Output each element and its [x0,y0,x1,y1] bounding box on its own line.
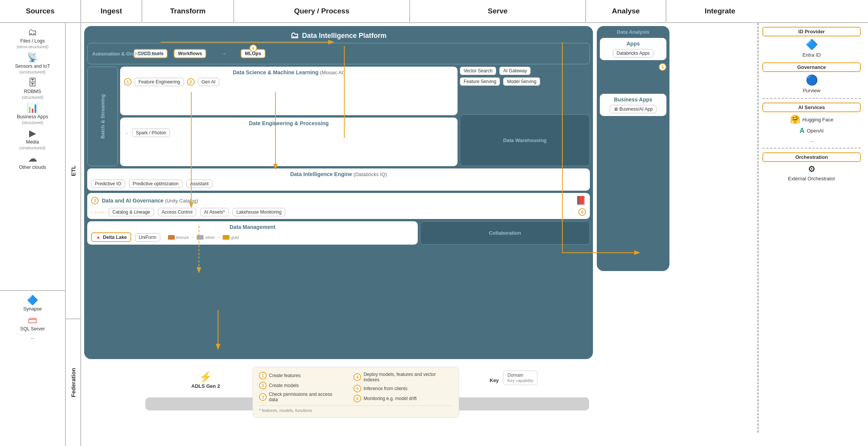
header-ingest: Ingest [81,0,142,22]
header-sources: Sources [0,0,81,22]
federation-label: Federation [66,319,80,446]
legend-item-4: 4 Deploy models, features and vector ind… [353,372,453,382]
legend-item-2: 2 Create models [259,382,342,389]
diq-chips: Predictive IO Predictive optimization As… [91,180,586,188]
predictive-io-chip[interactable]: Predictive IO [91,180,125,188]
ai-services-section: AI Services 🤗 Hugging Face A OpenAI ... [762,103,861,143]
num-badge-2: 2 [187,78,195,86]
openai-icon: A [800,127,804,135]
model-serving-chip[interactable]: Model Serving [503,77,540,86]
platform-icon: 🗂 [290,31,299,41]
openai-item: A OpenAI [800,127,824,135]
legend-num-4: 4 [353,373,361,381]
ai-services-label: AI Services [762,103,861,112]
source-sql-server: 🗃 SQL Server [20,315,45,332]
data-mgmt-collab-row: Data Management 🔺 Delta Lake UniForm bro… [87,221,590,245]
governance-title: Data and AI Governance (Unity Catalog) [102,198,198,204]
predictive-opt-chip[interactable]: Predictive optimization [129,180,182,188]
governance-integrate-label: Governance [762,62,861,72]
dsml-box: Data Science & Machine Learning (Mosaic … [120,67,458,115]
id-provider-label: ID Provider [762,27,861,36]
workflows-chip[interactable]: Workflows [174,49,206,58]
data-analysis-label: Data Analysis [600,29,666,35]
access-control-chip[interactable]: Access Control [158,208,197,216]
bronze-block [168,235,175,240]
apps-box: Apps Databricks Apps [600,38,666,60]
source-other-clouds: ☁ Other clouds [19,153,46,170]
legend-item-6: 6 Monitoring e.g. model drift [353,395,453,402]
arrow-de: → [124,130,129,136]
adls-icon: ⚡ [191,371,220,383]
feature-serving-chip[interactable]: Feature Serving [460,77,500,86]
key-section: Key Domain Key capability [490,371,537,385]
lakehouse-monitoring-chip[interactable]: Lakehouse Monitoring [233,208,285,216]
bronze-silver-gold: bronze → silver → gold [168,235,239,240]
etl-sources: 🗂 Files / Logs (semi-structured) 📡 Senso… [0,23,65,291]
spark-photon-chip[interactable]: Spark / Photon [132,129,170,137]
legend-num-1: 1 [259,372,267,379]
data-warehousing-box: Data Warehousing [460,114,590,166]
mlops-container: 4 MLOps [241,49,265,58]
automation-section: Automation & Orchestration CI/CD tools W… [87,43,590,64]
source-business-apps: 📊 Business Apps (structured) [17,103,48,125]
orchestration-label: Orchestration [762,152,861,162]
assistant-chip[interactable]: Assistant [186,180,213,188]
media-icon: ▶ [29,128,36,139]
diq-box: Data Intelligence Engine (Databricks IQ)… [87,168,590,191]
governance-chips: - - -→ Catalog & Lineage Access Control … [91,208,586,216]
data-mgmt-title: Data Management [91,224,414,230]
source-media: ▶ Media (unstructured) [20,128,46,150]
header-analyse: Analyse [586,0,666,22]
catalog-lineage-chip[interactable]: Catalog & Lineage [109,208,154,216]
cloud-icon: ☁ [28,153,37,164]
databricks-apps-chip[interactable]: Databricks Apps [613,49,654,57]
data-engineering-box: Date Engineering & Processing → Spark / … [120,118,458,166]
entra-id-item: 🔷 Entra ID [762,39,861,58]
gov-arrow: - - -→ [91,209,105,215]
ai-gateway-chip[interactable]: AI Gateway [499,67,531,75]
serve-area: Vector Search AI Gateway Feature Serving… [460,67,590,166]
hugging-face-item: 🤗 Hugging Face [790,114,834,124]
main-content-row: Batch & Streaming Data Science & Machine… [87,67,590,166]
legend-item-1: 1 Create features [259,372,342,379]
business-ai-app-chip[interactable]: 🖥 Business/AI App [610,105,657,113]
gen-ai-chip[interactable]: Gen AI [198,78,220,86]
orchestration-section: Orchestration ⚙ External Orchestrator [762,152,861,181]
analysis-apps-box: Data Analysis Apps Databricks Apps 5 Bus… [597,26,669,271]
source-sensors-iot: 📡 Sensors and IoT (unstructured) [15,52,50,74]
monitor-icon: 🖥 [614,106,618,112]
num-badge-3: 3 [91,197,99,204]
vector-search-chip[interactable]: Vector Search [460,67,496,75]
num-badge-6: 6 [578,208,586,216]
num-badge-4: 4 [249,44,257,52]
silver-block [197,235,204,240]
governance-row: 3 Data and AI Governance (Unity Catalog)… [87,193,590,219]
governance-box: 3 Data and AI Governance (Unity Catalog)… [87,193,590,219]
data-eng-chips: → Spark / Photon [124,129,454,137]
source-ellipsis: ... [31,335,34,340]
key-domain: Domain Key capability [503,371,537,385]
center-columns: Data Science & Machine Learning (Mosaic … [120,67,458,166]
etl-federation-bar: ETL Federation [66,23,81,446]
governance-title-row: 3 Data and AI Governance (Unity Catalog)… [91,196,586,206]
adls-label: ADLS Gen 2 [191,383,220,389]
federation-sources: 🔷 Synapse 🗃 SQL Server ... [0,291,65,446]
legend-col-1: 1 Create features 2 Create models 3 Chec… [259,372,342,402]
hugging-face-label: Hugging Face [803,117,834,123]
ai-assets-chip[interactable]: AI Assets* [200,208,229,216]
arrow-right: → [220,50,227,58]
serve-top-chips: Vector Search AI Gateway [460,67,590,75]
page-wrapper: Sources Ingest Transform Query / Process… [0,0,868,446]
header-query: Query / Process [234,0,410,22]
purview-item: 🔵 Purview [762,74,861,93]
diq-title: Data Intelligence Engine (Databricks IQ) [91,171,586,177]
purview-label: Purview [803,88,820,93]
num5-container: 5 [600,63,666,71]
feature-engineering-chip[interactable]: Feature Engineering [135,78,184,86]
delta-lake-chip[interactable]: 🔺 Delta Lake [91,232,131,242]
uniform-chip[interactable]: UniForm [135,233,160,242]
legend-item-5: 5 Inference from clients [353,385,453,392]
collaboration-label: Collaboration [489,230,521,236]
platform-title: 🗂 Data Intelligence Platform [87,29,590,43]
collaboration-box: Collaboration [420,221,590,245]
